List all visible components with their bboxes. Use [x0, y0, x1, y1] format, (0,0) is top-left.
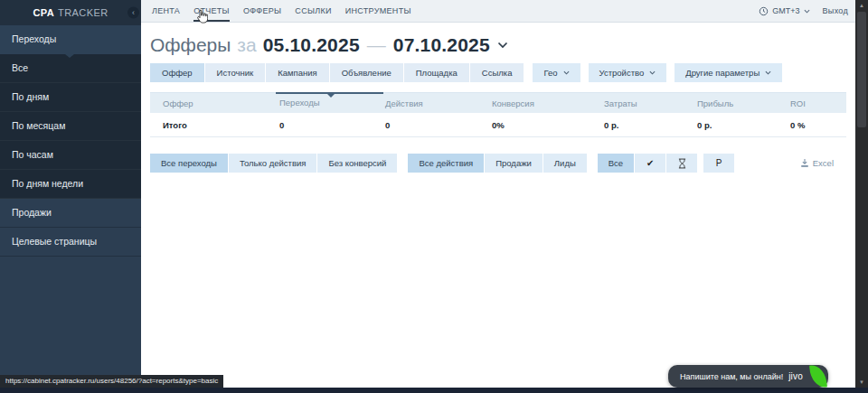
nav-item-links[interactable]: ССЫЛКИ	[295, 0, 331, 22]
scroll-down-button[interactable]: ▼	[855, 377, 868, 388]
total-label: Итого	[150, 120, 279, 130]
filter-status-pending[interactable]	[666, 154, 697, 173]
tab-campaign[interactable]: Кампания	[266, 63, 328, 82]
collapse-sidebar-button[interactable]: ‹	[127, 7, 139, 19]
logout-link[interactable]: Выход	[823, 0, 848, 22]
table-header-row: Оффер Переходы Действия Конверсия Затрат…	[150, 92, 846, 113]
filter-status-confirmed[interactable]: ✔	[635, 154, 665, 173]
total-costs: 0 р.	[604, 120, 697, 130]
total-conversion: 0%	[492, 120, 604, 130]
nav-item-tools[interactable]: ИНСТРУМЕНТЫ	[345, 0, 411, 22]
sidebar-item-by-day[interactable]: По дням	[0, 83, 141, 112]
page-title: Офферы за 05.10.2025 — 07.10.2025	[150, 34, 846, 56]
tab-source[interactable]: Источник	[205, 63, 266, 82]
total-roi: 0 %	[790, 120, 846, 130]
sidebar-item-all[interactable]: Все	[0, 54, 141, 83]
dropdown-other-params-label: Другие параметры	[685, 68, 760, 78]
filter-all-transitions[interactable]: Все переходы	[150, 154, 228, 173]
sidebar-item-sales[interactable]: Продажи	[0, 199, 141, 228]
dropdown-device[interactable]: Устройство	[589, 63, 667, 82]
filter-all-actions[interactable]: Все действия	[408, 154, 484, 173]
scrollbar[interactable]: ▲ ▼	[855, 0, 868, 388]
dropdown-geo-label: Гео	[543, 68, 557, 78]
scroll-up-button[interactable]: ▲	[855, 0, 868, 11]
tab-link[interactable]: Ссылка	[470, 63, 524, 82]
dropdown-other-params[interactable]: Другие параметры	[675, 63, 782, 82]
action-filter-group: Все действия Продажи Лиды	[408, 154, 587, 173]
title-preposition: за	[237, 34, 256, 56]
sidebar-item-by-weekday[interactable]: По дням недели	[0, 170, 141, 199]
date-to[interactable]: 07.10.2025	[393, 34, 490, 56]
jivo-logo: jivo	[788, 371, 803, 381]
chevron-left-icon: ‹	[132, 8, 135, 17]
filter-no-conversions[interactable]: Без конверсий	[317, 154, 397, 173]
export-excel-label: Excel	[813, 158, 834, 168]
date-from[interactable]: 05.10.2025	[263, 34, 360, 56]
brand-logo[interactable]: CPATRACKER ‹	[0, 0, 141, 25]
column-header-actions[interactable]: Действия	[385, 98, 492, 108]
total-actions: 0	[385, 120, 492, 130]
bottom-strip	[0, 388, 868, 393]
dropdown-geo[interactable]: Гео	[533, 63, 580, 82]
filter-status-all[interactable]: Все	[598, 154, 634, 173]
ruble-icon: Р	[716, 159, 722, 168]
timezone-selector[interactable]: GMT+3	[759, 6, 809, 16]
transition-filter-group: Все переходы Только действия Без конверс…	[150, 154, 398, 173]
check-icon: ✔	[646, 159, 654, 168]
status-filter-group: Все ✔ Р	[598, 154, 735, 173]
chevron-down-icon	[563, 70, 570, 75]
tab-ad[interactable]: Объявление	[330, 63, 403, 82]
dropdown-device-label: Устройство	[599, 68, 645, 78]
scrollbar-thumb[interactable]	[857, 12, 866, 127]
chat-message: Напишите нам, мы онлайн!	[680, 372, 783, 381]
filters-row: Все переходы Только действия Без конверс…	[150, 154, 846, 173]
column-header-costs[interactable]: Затраты	[604, 98, 697, 108]
filter-leads[interactable]: Лиды	[543, 154, 587, 173]
column-header-offer[interactable]: Оффер	[150, 98, 279, 108]
chevron-down-icon	[649, 70, 656, 75]
column-header-profit[interactable]: Прибыль	[697, 98, 790, 108]
report-table: Оффер Переходы Действия Конверсия Затрат…	[150, 92, 846, 137]
sidebar-item-landing-pages[interactable]: Целевые страницы	[0, 228, 141, 257]
chat-widget[interactable]: Напишите нам, мы онлайн! jivo	[668, 365, 828, 388]
date-dash: —	[367, 34, 386, 56]
column-header-transitions[interactable]: Переходы	[279, 93, 385, 113]
top-navigation: ЛЕНТА ОТЧЕТЫ ОФФЕРЫ ССЫЛКИ ИНСТРУМЕНТЫ G…	[141, 0, 855, 23]
filter-sales[interactable]: Продажи	[485, 154, 542, 173]
tab-offer[interactable]: Оффер	[150, 63, 204, 82]
nav-item-offers[interactable]: ОФФЕРЫ	[243, 0, 281, 22]
brand-cpa: CPA	[33, 7, 55, 18]
chevron-down-icon	[765, 70, 771, 75]
nav-item-feed[interactable]: ЛЕНТА	[152, 0, 180, 22]
sidebar-item-transitions[interactable]: Переходы	[0, 25, 141, 54]
column-header-roi[interactable]: ROI	[790, 98, 846, 108]
mouse-cursor-icon	[196, 9, 208, 23]
total-transitions: 0	[279, 120, 385, 130]
download-icon	[800, 158, 809, 168]
brand-text: CPATRACKER	[33, 7, 108, 18]
column-header-conversion[interactable]: Конверсия	[492, 98, 604, 108]
clock-icon	[759, 6, 769, 16]
statusbar-url: https://cabinet.cpatracker.ru/users/4825…	[0, 375, 223, 388]
sidebar-item-by-month[interactable]: По месяцам	[0, 112, 141, 141]
hourglass-icon	[678, 158, 686, 169]
jivo-leaf-icon	[809, 364, 827, 388]
total-profit: 0 р.	[697, 120, 790, 130]
filter-only-actions[interactable]: Только действия	[229, 154, 317, 173]
chevron-down-icon	[804, 9, 810, 14]
topbar-right: GMT+3 Выход	[759, 0, 848, 22]
sidebar: CPATRACKER ‹ Переходы Все По дням По мес…	[0, 0, 141, 388]
main-content: Офферы за 05.10.2025 — 07.10.2025 Оффер …	[141, 23, 855, 388]
dimension-tabs: Оффер Источник Кампания Объявление Площа…	[150, 63, 846, 82]
tab-platform[interactable]: Площадка	[404, 63, 469, 82]
export-excel-link[interactable]: Excel	[800, 158, 834, 168]
sidebar-item-by-hour[interactable]: По часам	[0, 141, 141, 170]
table-row-total: Итого 0 0 0% 0 р. 0 р. 0 %	[150, 113, 846, 137]
brand-tracker: TRACKER	[58, 7, 108, 18]
timezone-label: GMT+3	[772, 6, 799, 15]
report-title: Офферы	[150, 34, 231, 56]
date-range-chevron-icon[interactable]	[497, 42, 508, 49]
filter-status-paid[interactable]: Р	[703, 154, 734, 173]
